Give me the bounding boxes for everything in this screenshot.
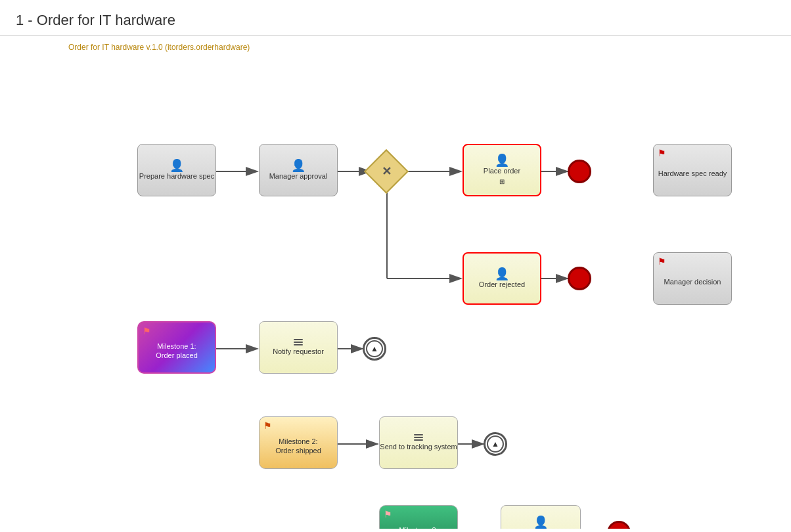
escalation-icon-2: ▲ — [491, 439, 499, 449]
send-tracking-label: Send to tracking system — [380, 442, 457, 451]
milestone1-label: Milestone 1:Order placed — [156, 342, 198, 361]
gateway-x-icon: ✕ — [382, 164, 392, 179]
milestone3-task[interactable]: ⚑ Milestone 3:Delivered to customer — [379, 505, 458, 529]
notify-requestor-label: Notify requestor — [273, 347, 324, 356]
place-order-label: Place order — [484, 166, 520, 175]
milestone2-label: Milestone 2:Order shipped — [275, 437, 321, 456]
escalation-icon-1: ▲ — [371, 344, 378, 353]
subtitle: Order for IT hardware v.1.0 (itorders.or… — [68, 43, 775, 52]
prepare-hardware-spec-task[interactable]: 👤 Prepare hardware spec — [137, 144, 216, 196]
page-title: 1 - Order for IT hardware — [0, 0, 791, 36]
milestone1-task[interactable]: ⚑ Milestone 1:Order placed — [137, 321, 216, 374]
script-icon-1 — [294, 339, 303, 345]
end-event-order-rejected — [568, 267, 591, 290]
manager-approval-label: Manager approval — [269, 171, 328, 181]
manager-approval-task[interactable]: 👤 Manager approval — [259, 144, 338, 196]
send-tracking-task[interactable]: Send to tracking system — [379, 416, 458, 469]
milestone2-task[interactable]: ⚑ Milestone 2:Order shipped — [259, 416, 338, 469]
flag-icon-1: ⚑ — [143, 325, 151, 337]
hardware-spec-ready-task[interactable]: ⚑ Hardware spec ready — [653, 144, 732, 196]
canvas: 👤 Prepare hardware spec 👤 Manager approv… — [16, 58, 791, 525]
user-icon: 👤 — [170, 160, 184, 171]
hardware-spec-ready-label: Hardware spec ready — [658, 169, 727, 178]
order-rejected-label: Order rejected — [479, 280, 525, 289]
manager-decision-label: Manager decision — [664, 277, 721, 286]
end-event-place-order — [568, 160, 591, 183]
intermediate-inner-1: ▲ — [366, 340, 383, 357]
prepare-hardware-spec-label: Prepare hardware spec — [139, 171, 214, 181]
customer-survey-label: Customer satisfcation survey — [501, 528, 580, 529]
order-rejected-task[interactable]: 👤 Order rejected — [463, 252, 541, 305]
script-icon-2 — [414, 434, 423, 441]
end-event-customer-survey — [607, 521, 631, 529]
notify-requestor-task[interactable]: Notify requestor — [259, 321, 338, 374]
user-icon-4: 👤 — [495, 268, 509, 280]
manager-decision-task[interactable]: ⚑ Manager decision — [653, 252, 732, 305]
user-icon-3: 👤 — [495, 154, 509, 166]
expand-icon: ⊞ — [499, 177, 505, 186]
intermediate-event-1: ▲ — [363, 337, 386, 361]
flag-icon-4: ⚑ — [658, 147, 666, 159]
customer-survey-task[interactable]: 👤 Customer satisfcation survey — [501, 505, 581, 529]
milestone3-label: Milestone 3:Delivered to customer — [384, 525, 454, 529]
intermediate-inner-2: ▲ — [487, 435, 504, 453]
user-icon-2: 👤 — [291, 160, 305, 171]
diagram-container: Order for IT hardware v.1.0 (itorders.or… — [0, 36, 791, 529]
user-icon-5: 👤 — [533, 516, 548, 528]
flag-icon-2: ⚑ — [263, 420, 272, 432]
place-order-task[interactable]: 👤 Place order ⊞ — [463, 144, 541, 196]
flag-icon-3: ⚑ — [384, 508, 392, 520]
flag-icon-5: ⚑ — [658, 255, 666, 267]
intermediate-event-2: ▲ — [484, 432, 507, 456]
